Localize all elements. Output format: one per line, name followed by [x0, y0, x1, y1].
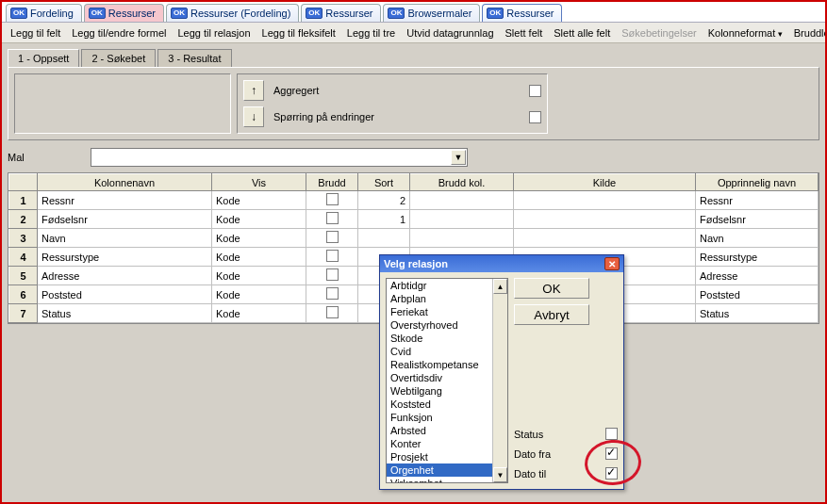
cell-brudd[interactable] — [306, 285, 358, 304]
cell-kolonnenavn[interactable]: Status — [38, 304, 212, 323]
list-item[interactable]: Arbplan — [387, 292, 492, 305]
cell-brudd[interactable] — [306, 248, 358, 267]
cell-brudd[interactable] — [306, 210, 358, 229]
grid-header-kolonnenavn[interactable]: Kolonnenavn — [38, 174, 212, 191]
dialog-titlebar[interactable]: Velg relasjon ✕ — [380, 255, 623, 272]
datofra-checkbox[interactable] — [605, 447, 618, 460]
cell-bruddkol[interactable] — [410, 229, 514, 248]
cell-kilde[interactable] — [514, 229, 696, 248]
table-row[interactable]: 3NavnKodeNavn — [9, 229, 819, 248]
listbox-scrollbar[interactable]: ▲ ▼ — [492, 279, 507, 482]
grid-header-brudd[interactable]: Brudd — [306, 174, 358, 191]
menu-item[interactable]: Slett alle felt — [549, 25, 615, 41]
row-number[interactable]: 5 — [9, 267, 38, 285]
cell-vis[interactable]: Kode — [212, 248, 306, 267]
document-tab[interactable]: OKRessurser — [482, 4, 562, 22]
cell-sort[interactable] — [358, 229, 410, 248]
ok-button[interactable]: OK — [514, 278, 589, 299]
subtab[interactable]: 3 - Resultat — [157, 49, 231, 67]
table-row[interactable]: 2FødselsnrKode1Fødselsnr — [9, 210, 819, 229]
relation-listbox[interactable]: ArbtidgrArbplanFeriekatOverstyrhovedStko… — [386, 278, 508, 483]
datotil-checkbox[interactable] — [605, 467, 618, 480]
list-item[interactable]: Realistkompetanse — [387, 358, 492, 371]
subtab[interactable]: 2 - Søkebet — [81, 49, 156, 67]
cell-brudd[interactable] — [306, 267, 358, 285]
close-icon[interactable]: ✕ — [604, 257, 620, 270]
cell-kolonnenavn[interactable]: Navn — [38, 229, 212, 248]
row-number[interactable]: 1 — [9, 191, 38, 210]
cancel-button[interactable]: Avbryt — [514, 304, 589, 325]
list-item[interactable]: Prosjekt — [387, 450, 492, 463]
menu-item[interactable]: Bruddlogikk — [789, 25, 825, 41]
list-item[interactable]: Koststed — [387, 398, 492, 411]
menu-item[interactable]: Kolonneformat — [703, 25, 787, 41]
cell-vis[interactable]: Kode — [212, 304, 306, 323]
brudd-checkbox[interactable] — [326, 306, 339, 318]
brudd-checkbox[interactable] — [326, 287, 339, 300]
cell-vis[interactable]: Kode — [212, 210, 306, 229]
menu-item[interactable]: Legg til relasjon — [173, 25, 255, 41]
cell-kolonnenavn[interactable]: Adresse — [38, 267, 212, 285]
row-number[interactable]: 2 — [9, 210, 38, 229]
list-item[interactable]: Funksjon — [387, 411, 492, 424]
menu-item[interactable]: Legg til fleksifelt — [257, 25, 340, 41]
mal-dropdown[interactable]: ▼ — [91, 148, 468, 167]
list-item[interactable]: Konter — [387, 437, 492, 450]
grid-header-sort[interactable]: Sort — [358, 174, 410, 191]
grid-header-opprinnelig[interactable]: Opprinnelig navn — [696, 174, 819, 191]
document-tab[interactable]: OKRessurser (Fordeling) — [166, 4, 299, 22]
list-item[interactable]: Overstyrhoved — [387, 318, 492, 332]
scroll-up-icon[interactable]: ▲ — [493, 279, 507, 294]
cell-vis[interactable]: Kode — [212, 191, 306, 210]
menu-item[interactable]: Legg til/endre formel — [67, 25, 171, 41]
document-tab[interactable]: OKRessurser — [301, 4, 381, 22]
list-item[interactable]: Arbsted — [387, 424, 492, 437]
cell-kilde[interactable] — [514, 191, 696, 210]
cell-kolonnenavn[interactable]: Ressurstype — [38, 248, 212, 267]
cell-brudd[interactable] — [306, 191, 358, 210]
table-row[interactable]: 1RessnrKode2Ressnr — [9, 191, 819, 210]
chevron-down-icon[interactable]: ▼ — [451, 150, 466, 165]
list-item[interactable]: Stkode — [387, 332, 492, 345]
cell-bruddkol[interactable] — [410, 191, 514, 210]
menu-item[interactable]: Utvid datagrunnlag — [402, 25, 498, 41]
cell-sort[interactable]: 1 — [358, 210, 410, 229]
grid-header-kilde[interactable]: Kilde — [514, 174, 696, 191]
list-item[interactable]: Virksomhet — [387, 477, 492, 482]
cell-vis[interactable]: Kode — [212, 285, 306, 304]
aggregert-checkbox[interactable] — [529, 85, 541, 97]
row-number[interactable]: 7 — [9, 304, 38, 323]
cell-sort[interactable]: 2 — [358, 191, 410, 210]
row-number[interactable]: 3 — [9, 229, 38, 248]
brudd-checkbox[interactable] — [326, 231, 339, 243]
brudd-checkbox[interactable] — [326, 268, 339, 281]
cell-vis[interactable]: Kode — [212, 267, 306, 285]
list-item[interactable]: Orgenhet — [387, 463, 492, 477]
cell-vis[interactable]: Kode — [212, 229, 306, 248]
subtab[interactable]: 1 - Oppsett — [8, 49, 79, 67]
document-tab[interactable]: OKFordeling — [6, 4, 82, 22]
list-item[interactable]: Feriekat — [387, 305, 492, 318]
list-item[interactable]: Webtilgang — [387, 384, 492, 398]
menu-item[interactable]: Legg til felt — [6, 25, 65, 41]
move-up-button[interactable]: ↑ — [243, 80, 264, 101]
grid-header-bruddkol[interactable]: Brudd kol. — [410, 174, 514, 191]
menu-item[interactable]: Slett felt — [501, 25, 548, 41]
list-item[interactable]: Overtidsdiv — [387, 371, 492, 384]
brudd-checkbox[interactable] — [326, 193, 339, 205]
sporring-checkbox[interactable] — [529, 111, 541, 123]
row-number[interactable]: 6 — [9, 285, 38, 304]
grid-header-vis[interactable]: Vis — [212, 174, 306, 191]
move-down-button[interactable]: ↓ — [243, 106, 264, 127]
document-tab[interactable]: OKRessurser — [84, 4, 164, 22]
cell-kolonnenavn[interactable]: Poststed — [38, 285, 212, 304]
document-tab[interactable]: OKBrowsermaler — [383, 4, 480, 22]
list-item[interactable]: Cvid — [387, 345, 492, 358]
brudd-checkbox[interactable] — [326, 212, 339, 224]
cell-brudd[interactable] — [306, 229, 358, 248]
cell-brudd[interactable] — [306, 304, 358, 323]
cell-bruddkol[interactable] — [410, 210, 514, 229]
status-checkbox[interactable] — [605, 428, 618, 440]
cell-kilde[interactable] — [514, 210, 696, 229]
menu-item[interactable]: Legg til tre — [342, 25, 400, 41]
